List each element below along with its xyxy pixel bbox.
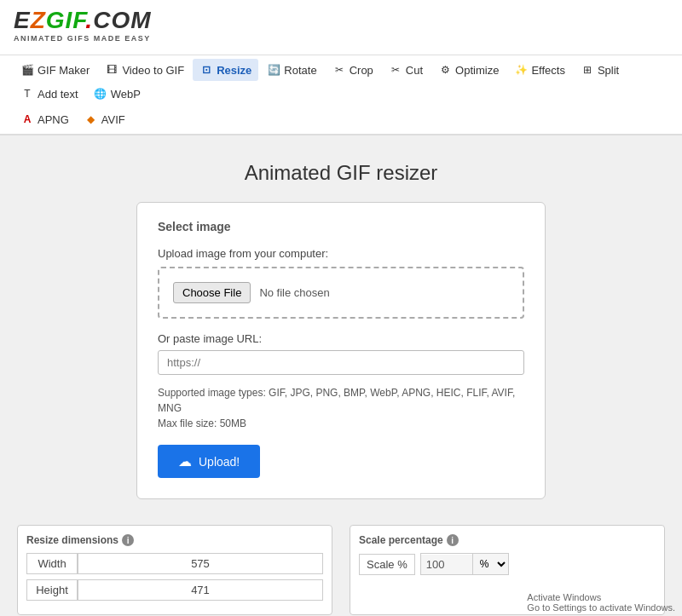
choose-file-button[interactable]: Choose File [173,282,251,303]
nav-apng[interactable]: A APNG [14,108,76,130]
nav-resize[interactable]: ⊡ Resize [193,59,258,81]
dimension-panel: Resize dimensions i Width 575 Height 471 [17,525,332,615]
page-title: Animated GIF resizer [17,161,665,185]
url-label: Or paste image URL: [158,332,524,345]
nav-cut[interactable]: ✂ Cut [382,59,430,81]
width-row: Width 575 [26,553,323,574]
nav-rotate[interactable]: 🔄 Rotate [260,59,323,81]
height-label: Height [26,579,78,601]
apng-icon: A [20,112,34,126]
scale-label: Scale % [359,554,415,575]
rotate-icon: 🔄 [267,63,280,77]
webp-icon: 🌐 [94,87,107,101]
upload-label: Upload image from your computer: [158,247,524,260]
logo-title: EZGIF.COM [14,9,668,32]
upload-card: Select image Upload image from your comp… [136,202,546,499]
header: EZGIF.COM ANIMATED GIFS MADE EASY [0,0,682,55]
nav-crop[interactable]: ✂ Crop [326,59,380,81]
nav-avif[interactable]: ◆ AVIF [78,108,132,130]
upload-button[interactable]: ☁ Upload! [158,445,260,478]
height-value: 471 [78,579,323,601]
nav-gif-maker[interactable]: 🎬 GIF Maker [14,59,96,81]
logo-subtitle: ANIMATED GIFS MADE EASY [14,34,668,43]
nav-effects[interactable]: ✨ Effects [507,59,572,81]
width-value: 575 [78,553,323,574]
nav-split[interactable]: ⊞ Split [574,59,626,81]
nav-webp[interactable]: 🌐 WebP [87,83,147,105]
scale-input-wrapper: % px [420,553,509,575]
activate-windows-title: Activate Windows [527,592,675,602]
upload-icon: ☁ [178,453,192,469]
crop-icon: ✂ [332,63,346,77]
supported-types-text: Supported image types: GIF, JPG, PNG, BM… [158,385,524,431]
avif-icon: ◆ [84,112,98,126]
height-row: Height 471 [26,579,323,601]
dimension-info-icon[interactable]: i [122,534,134,546]
activate-windows-banner: Activate Windows Go to Settings to activ… [520,589,682,615]
scale-input[interactable] [421,555,472,574]
page-content: Animated GIF resizer Select image Upload… [0,135,682,525]
file-name-text: No file chosen [259,286,329,299]
scale-panel-title: Scale percentage i [359,534,656,546]
split-icon: ⊞ [581,63,594,77]
dimension-panel-title: Resize dimensions i [26,534,323,546]
width-label: Width [26,553,78,574]
add-text-icon: T [20,87,34,101]
nav-bar: 🎬 GIF Maker 🎞 Video to GIF ⊡ Resize 🔄 Ro… [0,55,682,135]
effects-icon: ✨ [514,63,528,77]
scale-info-icon[interactable]: i [447,534,459,546]
gif-maker-icon: 🎬 [20,63,34,77]
activate-windows-subtitle: Go to Settings to activate Windows. [527,602,675,613]
nav-video-to-gif[interactable]: 🎞 Video to GIF [98,59,191,81]
scale-row: Scale % % px [359,553,656,575]
nav-optimize[interactable]: ⚙ Optimize [431,59,506,81]
scale-dropdown[interactable]: % px [472,554,508,574]
url-input[interactable] [158,350,524,375]
card-section-title: Select image [158,220,524,233]
cut-icon: ✂ [389,63,402,77]
video-to-gif-icon: 🎞 [105,63,118,77]
logo: EZGIF.COM ANIMATED GIFS MADE EASY [14,9,668,43]
resize-icon: ⊡ [199,63,213,77]
optimize-icon: ⚙ [438,63,452,77]
nav-add-text[interactable]: T Add text [14,83,85,105]
file-input-area: Choose File No file chosen [158,267,524,319]
